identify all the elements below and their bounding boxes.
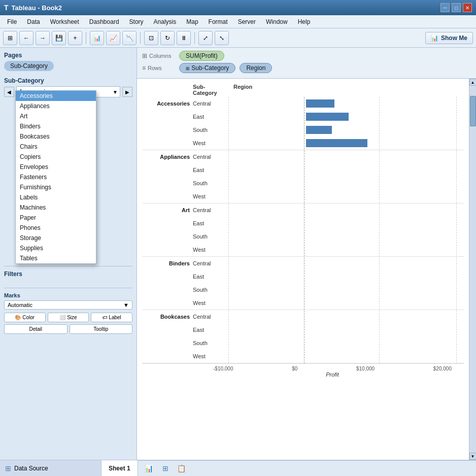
menu-analysis[interactable]: Analysis — [149, 17, 182, 27]
toolbar-separator-1 — [86, 32, 86, 44]
binders-east-row: East — [142, 270, 464, 283]
marks-type-dropdown[interactable]: Automatic ▼ — [4, 300, 132, 310]
marks-detail-button[interactable]: Detail — [4, 324, 67, 334]
marks-buttons-row: 🎨 Color ⬜ Size 🏷 Label — [4, 313, 132, 322]
dropdown-item-fasteners[interactable]: Fasteners — [16, 172, 96, 182]
scrollbar-thumb[interactable] — [470, 96, 476, 126]
marks-size-button[interactable]: ⬜ Size — [48, 313, 89, 322]
pages-title: Pages — [4, 52, 132, 59]
toolbar-pause-button[interactable]: ⏸ — [177, 31, 191, 45]
binders-label: Binders — [142, 260, 193, 266]
accessories-east-row: East — [142, 110, 464, 123]
marks-buttons-row2: Detail Tooltip — [4, 324, 132, 334]
show-me-button[interactable]: 📊 Show Me — [425, 32, 473, 44]
menu-format[interactable]: Format — [203, 17, 233, 27]
menu-server[interactable]: Server — [233, 17, 261, 27]
toolbar-fit-button[interactable]: ⤢ — [198, 31, 213, 45]
menu-worksheet[interactable]: Worksheet — [45, 17, 84, 27]
columns-pill[interactable]: SUM(Profit) — [179, 51, 224, 61]
menu-window[interactable]: Window — [261, 17, 293, 27]
menu-file[interactable]: File — [2, 17, 22, 27]
marks-color-button[interactable]: 🎨 Color — [4, 313, 46, 322]
dropdown-next-button[interactable]: ▶ — [122, 87, 132, 97]
new-dashboard-icon[interactable]: ⊞ — [159, 462, 172, 474]
dropdown-item-appliances[interactable]: Appliances — [16, 101, 96, 111]
rows-pill-region[interactable]: Region — [240, 63, 272, 73]
region-header-label: Region — [233, 84, 252, 96]
appliances-west-row: West — [142, 190, 464, 203]
south-label-1: South — [193, 127, 228, 133]
dropdown-item-chairs[interactable]: Chairs — [16, 142, 96, 152]
pages-pill[interactable]: Sub-Category — [4, 61, 54, 71]
toolbar-filter-button[interactable]: ⊡ — [144, 31, 158, 45]
menu-story[interactable]: Story — [124, 17, 149, 27]
scrollbar-up-button[interactable]: ▲ — [469, 79, 477, 86]
dropdown-item-phones[interactable]: Phones — [16, 223, 96, 233]
app-icon: T — [4, 4, 9, 12]
x-axis-label-2: $0 — [292, 366, 297, 371]
toolbar-chart2-button[interactable]: 📈 — [106, 31, 120, 45]
accessories-west-bar — [306, 139, 367, 147]
menu-dashboard[interactable]: Dashboard — [84, 17, 124, 27]
marks-dropdown-arrow-icon: ▼ — [123, 302, 129, 308]
toolbar-chart3-button[interactable]: 📉 — [122, 31, 137, 45]
subcategory-col-header — [142, 84, 193, 96]
toolbar-back-button[interactable]: ← — [19, 31, 33, 45]
dropdown-item-supplies[interactable]: Supplies — [16, 243, 96, 253]
chart-col-headers: Sub-Category Region — [142, 84, 464, 96]
toolbar-separator-2 — [140, 32, 141, 44]
central-label-2: Central — [193, 154, 228, 160]
datasource-tab[interactable]: ⊞ Data Source — [0, 460, 101, 476]
toolbar-forward-button[interactable]: → — [36, 31, 50, 45]
close-button[interactable]: ✕ — [463, 3, 472, 12]
x-axis-label-3: $10,000 — [356, 366, 375, 371]
rows-shelf: ≡ Rows ⊞ Sub-Category Region — [142, 63, 471, 73]
chart-inner: Sub-Category Region Access — [137, 79, 469, 460]
toolbar-fit2-button[interactable]: ⤡ — [215, 31, 229, 45]
appliances-central-row: Appliances Central — [142, 150, 464, 163]
toolbar-home-button[interactable]: ⊞ — [3, 31, 17, 45]
bookcases-central-row: Bookcases Central — [142, 310, 464, 323]
scrollbar-down-button[interactable]: ▼ — [469, 453, 477, 460]
new-sheet-icon[interactable]: 📊 — [143, 462, 155, 474]
menu-data[interactable]: Data — [22, 17, 45, 27]
appliances-east-row: East — [142, 163, 464, 177]
dropdown-item-tables[interactable]: Tables — [16, 253, 96, 263]
toolbar-chart1-button[interactable]: 📊 — [90, 31, 104, 45]
dropdown-item-accessories[interactable]: Accessories — [16, 91, 96, 101]
maximize-button[interactable]: □ — [452, 3, 461, 12]
accessories-east-bar — [306, 113, 349, 121]
marks-type-label: Automatic — [8, 302, 32, 308]
dropdown-item-machines[interactable]: Machines — [16, 202, 96, 213]
menu-map[interactable]: Map — [181, 17, 203, 27]
minimize-button[interactable]: ─ — [440, 3, 450, 12]
accessories-label: Accessories — [142, 100, 193, 107]
south-label-3: South — [193, 233, 228, 240]
rows-icon: ≡ — [142, 64, 146, 72]
marks-tooltip-button[interactable]: Tooltip — [70, 324, 133, 334]
sheet1-tab[interactable]: Sheet 1 — [101, 460, 138, 476]
toolbar-refresh-button[interactable]: ↻ — [160, 31, 175, 45]
central-label-4: Central — [193, 260, 228, 266]
dropdown-item-copiers[interactable]: Copiers — [16, 152, 96, 162]
appliances-label: Appliances — [142, 154, 193, 160]
toolbar-newsheet-button[interactable]: + — [68, 31, 82, 45]
south-label-4: South — [193, 287, 228, 293]
dropdown-item-furnishings[interactable]: Furnishings — [16, 182, 96, 192]
rows-pill-subcategory[interactable]: ⊞ Sub-Category — [179, 63, 235, 73]
marks-label-button[interactable]: 🏷 Label — [91, 313, 132, 322]
subcategory-header: Sub-Category — [4, 77, 132, 84]
new-story-icon[interactable]: 📋 — [176, 462, 188, 474]
dropdown-item-binders[interactable]: Binders — [16, 121, 96, 131]
toolbar-save-button[interactable]: 💾 — [52, 31, 66, 45]
dropdown-item-bookcases[interactable]: Bookcases — [16, 131, 96, 142]
dropdown-item-labels[interactable]: Labels — [16, 192, 96, 202]
dropdown-item-paper[interactable]: Paper — [16, 213, 96, 223]
menu-help[interactable]: Help — [293, 17, 316, 27]
accessories-west-bar-area — [228, 138, 464, 148]
art-label: Art — [142, 207, 193, 213]
dropdown-item-art[interactable]: Art — [16, 111, 96, 121]
dropdown-item-envelopes[interactable]: Envelopes — [16, 162, 96, 172]
dropdown-item-storage[interactable]: Storage — [16, 233, 96, 243]
dropdown-prev-button[interactable]: ◀ — [4, 87, 14, 97]
